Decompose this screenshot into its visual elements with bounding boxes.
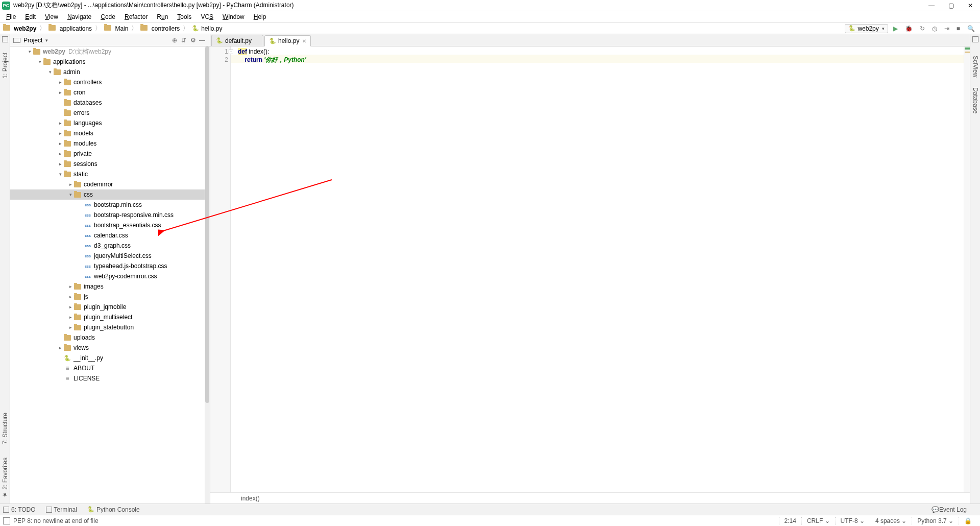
- tree-folder-css[interactable]: ▾css: [10, 189, 210, 200]
- tree-folder-js[interactable]: ▸js: [10, 292, 210, 302]
- tool-window-terminal[interactable]: Terminal: [46, 506, 77, 513]
- maximize-button[interactable]: ▢: [947, 2, 954, 9]
- attach-button[interactable]: ⇥: [944, 25, 949, 32]
- editor-breadcrumb[interactable]: index(): [210, 492, 970, 504]
- menu-vcs[interactable]: VCS: [197, 12, 217, 21]
- gear-icon[interactable]: ⚙: [188, 37, 198, 44]
- crumb-root[interactable]: web2py: [2, 25, 37, 32]
- tool-windows-toggle-icon[interactable]: [3, 517, 10, 524]
- menu-code[interactable]: Code: [96, 12, 119, 21]
- collapse-icon[interactable]: ⇵: [179, 37, 188, 44]
- tree-file-css[interactable]: bootstrap.min.css: [10, 200, 210, 210]
- tool-window-database[interactable]: Database: [972, 87, 979, 113]
- tree-folder-plugin-statebutton[interactable]: ▸plugin_statebutton: [10, 322, 210, 332]
- tree-file-init[interactable]: __init__.py: [10, 353, 210, 363]
- tool-window-structure[interactable]: 7: Structure: [2, 413, 9, 444]
- status-position[interactable]: 2:14: [779, 517, 801, 524]
- run-button[interactable]: ▶: [893, 25, 898, 32]
- status-lock-icon[interactable]: 🔒: [959, 517, 977, 524]
- tree-folder-databases[interactable]: ▸databases: [10, 98, 210, 108]
- crumb-file[interactable]: hello.py: [191, 25, 223, 32]
- menu-help[interactable]: Help: [250, 12, 271, 21]
- tree-file-css[interactable]: web2py-codemirror.css: [10, 271, 210, 281]
- tree-file-license[interactable]: LICENSE: [10, 373, 210, 384]
- tree-folder-modules[interactable]: ▸modules: [10, 138, 210, 149]
- stop-button[interactable]: ■: [957, 25, 960, 32]
- minimize-button[interactable]: —: [928, 2, 935, 9]
- project-scrollbar[interactable]: [205, 46, 210, 504]
- tree-root[interactable]: ▾ web2py D:\文档\web2py: [10, 46, 210, 57]
- tab-close-icon[interactable]: ✕: [302, 38, 306, 44]
- debug-button[interactable]: 🐞: [905, 25, 913, 32]
- line-gutter[interactable]: 1– 2: [210, 46, 231, 492]
- tab-label: default.py: [225, 37, 252, 44]
- status-line-ending[interactable]: CRLF ⌄: [801, 517, 835, 524]
- status-encoding[interactable]: UTF-8 ⌄: [835, 517, 870, 524]
- tree-folder-controllers[interactable]: ▸controllers: [10, 77, 210, 87]
- menu-refactor[interactable]: Refactor: [120, 12, 152, 21]
- search-everywhere-button[interactable]: 🔍: [967, 25, 975, 32]
- menu-run[interactable]: Run: [153, 12, 172, 21]
- tool-window-favorites[interactable]: ★ 2: Favorites: [2, 458, 9, 498]
- tree-file-css[interactable]: jqueryMultiSelect.css: [10, 251, 210, 261]
- tree-folder-cron[interactable]: ▸cron: [10, 87, 210, 98]
- tab-label: hello.py: [278, 37, 299, 44]
- menu-edit[interactable]: Edit: [21, 12, 40, 21]
- tool-window-sciview[interactable]: SciView: [972, 56, 979, 77]
- tree-folder-models[interactable]: ▸models: [10, 128, 210, 138]
- status-interpreter[interactable]: Python 3.7 ⌄: [912, 517, 959, 524]
- tree-folder-views[interactable]: ▸views: [10, 343, 210, 353]
- tree-folder-codemirror[interactable]: ▸codemirror: [10, 179, 210, 189]
- close-button[interactable]: ✕: [967, 2, 974, 9]
- scrollbar-thumb[interactable]: [205, 46, 209, 403]
- tree-folder-languages[interactable]: ▸languages: [10, 118, 210, 128]
- tree-file-css[interactable]: typeahead.js-bootstrap.css: [10, 261, 210, 271]
- tree-folder-admin[interactable]: ▾admin: [10, 67, 210, 77]
- locate-icon[interactable]: ⊕: [170, 37, 179, 44]
- tree-file-css[interactable]: calendar.css: [10, 230, 210, 241]
- project-title[interactable]: Project▾: [23, 37, 48, 44]
- tree-folder-plugin-multiselect[interactable]: ▸plugin_multiselect: [10, 312, 210, 322]
- tree-folder-applications[interactable]: ▾applications: [10, 57, 210, 67]
- text-file-icon: [63, 365, 71, 372]
- css-file-icon: [84, 201, 92, 208]
- crumb-main[interactable]: Main: [103, 25, 129, 32]
- tree-folder-errors[interactable]: ▸errors: [10, 108, 210, 118]
- hide-panel-icon[interactable]: —: [198, 37, 207, 44]
- menu-file[interactable]: File: [2, 12, 20, 21]
- tool-window-project[interactable]: 1: Project: [2, 53, 9, 79]
- tree-folder-uploads[interactable]: ▸uploads: [10, 332, 210, 343]
- tool-strip-square-icon[interactable]: [2, 36, 8, 42]
- crumb-applications[interactable]: applications: [47, 25, 93, 32]
- tool-window-event-log[interactable]: 💬 Event Log: [932, 506, 967, 513]
- editor-body[interactable]: 1– 2 def index(): return '你好，Python': [210, 46, 970, 492]
- tree-file-about[interactable]: ABOUT: [10, 363, 210, 373]
- tree-folder-images[interactable]: ▸images: [10, 281, 210, 292]
- crumb-controllers[interactable]: controllers: [139, 25, 181, 32]
- error-stripe[interactable]: [964, 46, 970, 492]
- tree-folder-plugin-jqmobile[interactable]: ▸plugin_jqmobile: [10, 302, 210, 312]
- project-tree[interactable]: ▾ web2py D:\文档\web2py ▾applications ▾adm…: [10, 46, 210, 504]
- code-area[interactable]: def index(): return '你好，Python': [231, 46, 970, 492]
- menu-window[interactable]: Window: [218, 12, 249, 21]
- tool-window-python-console[interactable]: Python Console: [87, 506, 140, 513]
- tool-strip-square-icon[interactable]: [972, 36, 978, 42]
- tab-default-py[interactable]: default.py ✕: [211, 35, 263, 46]
- bottom-tool-bar: 6: TODO Terminal Python Console 💬 Event …: [0, 504, 980, 515]
- tree-file-css[interactable]: bootstrap_essentials.css: [10, 220, 210, 230]
- tab-hello-py[interactable]: hello.py ✕: [264, 35, 311, 46]
- tree-file-css[interactable]: bootstrap-responsive.min.css: [10, 210, 210, 220]
- tree-folder-private[interactable]: ▸private: [10, 149, 210, 159]
- menu-navigate[interactable]: Navigate: [63, 12, 95, 21]
- tool-window-todo[interactable]: 6: TODO: [3, 506, 36, 513]
- menu-view[interactable]: View: [41, 12, 62, 21]
- tree-folder-static[interactable]: ▾static: [10, 169, 210, 179]
- tree-folder-sessions[interactable]: ▸sessions: [10, 159, 210, 169]
- warning-mark[interactable]: [965, 52, 970, 53]
- menu-tools[interactable]: Tools: [173, 12, 195, 21]
- profile-button[interactable]: ◷: [932, 25, 937, 32]
- coverage-button[interactable]: ↻: [920, 25, 925, 32]
- tree-file-css[interactable]: d3_graph.css: [10, 241, 210, 251]
- run-config-selector[interactable]: web2py ▾: [845, 24, 888, 33]
- status-indent[interactable]: 4 spaces ⌄: [870, 517, 912, 524]
